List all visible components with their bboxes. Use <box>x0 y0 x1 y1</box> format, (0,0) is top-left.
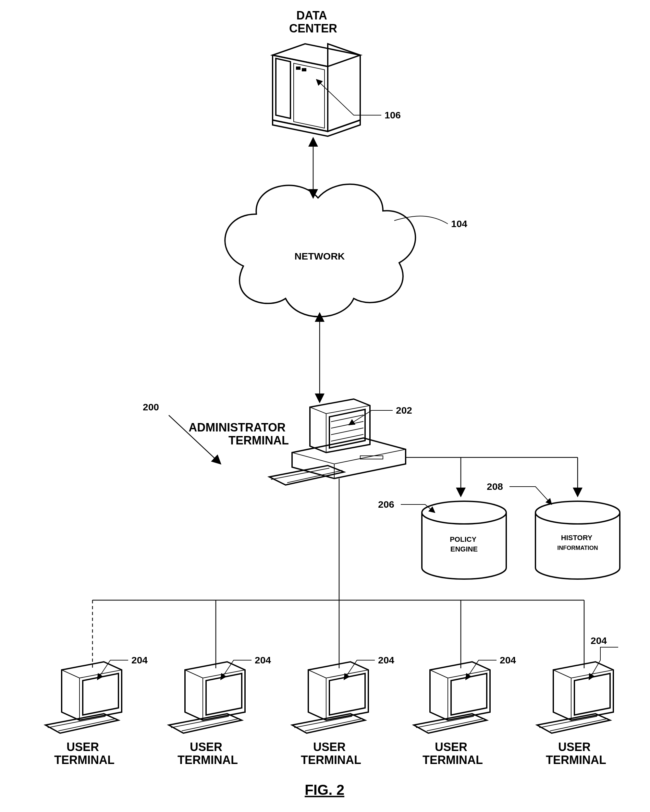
svg-text:206: 206 <box>378 499 394 510</box>
figure-caption: FIG. 2 <box>305 782 344 798</box>
user-terminal-4-label: USER TERMINAL <box>422 740 483 766</box>
svg-text:200: 200 <box>143 401 159 412</box>
svg-text:NETWORK: NETWORK <box>295 251 345 261</box>
user-terminal-1 <box>46 662 122 733</box>
svg-text:208: 208 <box>487 481 503 492</box>
svg-text:202: 202 <box>396 405 412 415</box>
ref-208: 208 <box>487 481 552 504</box>
user-terminal-5 <box>537 662 613 733</box>
svg-rect-6 <box>296 67 300 70</box>
svg-text:204: 204 <box>590 635 607 646</box>
svg-rect-4 <box>278 62 288 67</box>
admin-terminal-label: ADMINISTRATOR TERMINAL <box>188 421 289 447</box>
user-terminal-3 <box>292 662 368 733</box>
data-center-label: DATA CENTER <box>289 9 337 35</box>
user-terminal-4 <box>414 662 490 733</box>
svg-text:204: 204 <box>378 655 394 665</box>
policy-engine-cylinder: POLICY ENGINE <box>422 501 506 579</box>
svg-point-5 <box>281 108 285 112</box>
user-terminal-2 <box>169 662 245 733</box>
ref-206: 206 <box>378 499 435 513</box>
svg-text:HISTORY
      INFORMATION: HISTORY INFORMATION <box>557 534 598 551</box>
svg-point-18 <box>535 501 620 524</box>
svg-text:204: 204 <box>255 655 271 665</box>
user-terminal-3-label: USER TERMINAL <box>301 740 361 766</box>
svg-text:POLICY
      ENGINE: POLICY ENGINE <box>450 535 478 553</box>
ref-106: 106 <box>317 79 401 121</box>
history-info-cylinder: HISTORY INFORMATION <box>535 501 620 579</box>
svg-text:204: 204 <box>500 655 516 665</box>
server-icon <box>272 44 360 136</box>
user-terminal-5-label: USER TERMINAL <box>546 740 606 766</box>
svg-text:204: 204 <box>132 655 148 665</box>
svg-rect-7 <box>302 68 306 72</box>
svg-text:106: 106 <box>385 110 401 121</box>
user-terminal-2-label: USER TERMINAL <box>177 740 238 766</box>
ref-104: 104 <box>394 216 467 229</box>
network-cloud: NETWORK <box>225 184 415 317</box>
svg-text:104: 104 <box>451 218 467 229</box>
admin-terminal-icon <box>269 399 406 485</box>
user-terminal-1-label: USER TERMINAL <box>54 740 115 766</box>
